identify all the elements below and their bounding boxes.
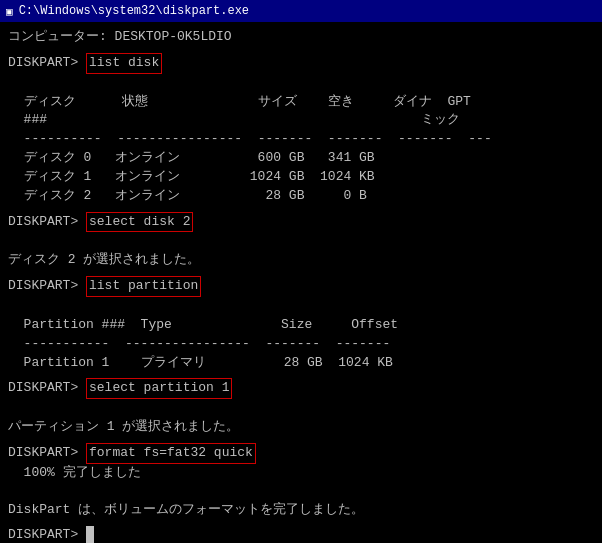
command-block-5: DISKPART> format fs=fat32 quick 100% 完了し… [8,443,594,520]
command-select-partition: select partition 1 [86,378,232,399]
terminal: コンピューター: DESKTOP-0K5LDIO DISKPART> list … [0,22,602,543]
command-block-2: DISKPART> select disk 2 ディスク 2 が選択されました。 [8,212,594,271]
cursor[interactable] [86,526,94,543]
command-block-6: DISKPART> [8,526,594,543]
command-list-disk: list disk [86,53,162,74]
title-bar: ▣ C:\Windows\system32\diskpart.exe [0,0,602,22]
title-bar-icon: ▣ [6,5,13,18]
command-block-4: DISKPART> select partition 1 パーティション 1 が… [8,378,594,437]
title-bar-text: C:\Windows\system32\diskpart.exe [19,4,249,18]
command-select-disk: select disk 2 [86,212,193,233]
command-block-1: DISKPART> list disk ディスク 状態 サイズ 空き ダイナ G… [8,53,594,206]
computer-line: コンピューター: DESKTOP-0K5LDIO [8,28,594,47]
command-block-3: DISKPART> list partition Partition ### T… [8,276,594,372]
command-list-partition: list partition [86,276,201,297]
command-format: format fs=fat32 quick [86,443,256,464]
